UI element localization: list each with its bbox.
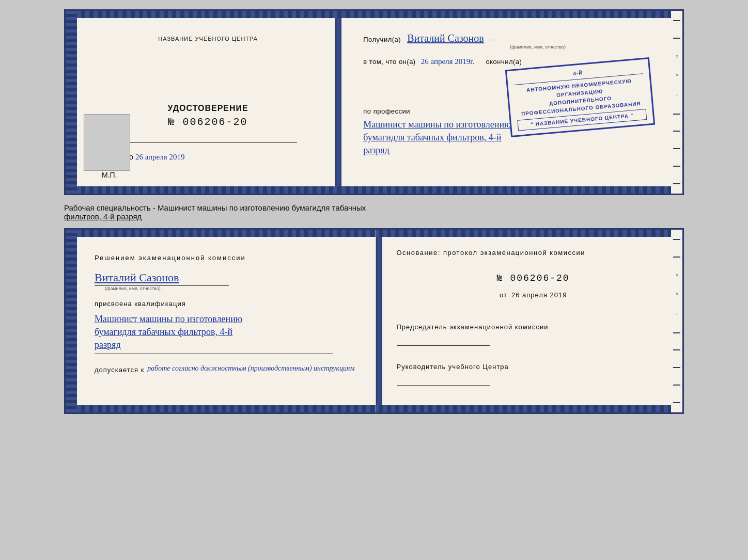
mp-label: М.П. [102, 171, 117, 179]
chairman-label: Председатель экзаменационной комиссии [397, 322, 671, 333]
right-decorative-bar: и а ← [671, 11, 682, 194]
bottom-spine [376, 230, 382, 412]
top-left-page: НАЗВАНИЕ УЧЕБНОГО ЦЕНТРА УДОСТОВЕРЕНИЕ №… [66, 11, 335, 194]
bottom-right-page: Основание: протокол экзаменационной коми… [382, 230, 683, 412]
spine [335, 11, 341, 194]
date-suffix: окончил(а) [486, 58, 522, 66]
date-value: 26 апреля 2019г. [421, 57, 475, 66]
bottom-document: Решением экаменационной комиссии Виталий… [64, 228, 684, 414]
protocol-date: 26 апреля 2019 [511, 291, 567, 299]
person-sub: (фамилия, имя, отчество) [105, 286, 360, 291]
qual-line2: бумагидля табачных фильтров, 4-й [95, 327, 360, 338]
person-name: Виталий Сазонов [95, 271, 360, 284]
basis-label: Основание: протокол экзаменационной коми… [397, 247, 671, 259]
stamp-box: 4-й АВТОНОМНУЮ НЕКОММЕРЧЕСКУЮ ОРГАНИЗАЦИ… [505, 57, 655, 137]
commission-heading: Решением экаменационной комиссии [95, 252, 360, 264]
bottom-left-page: Решением экаменационной комиссии Виталий… [66, 230, 376, 412]
protocol-date-prefix: от [500, 291, 507, 299]
photo-placeholder [84, 114, 130, 171]
recipient-sub: (фамилия, имя, отчество) [415, 44, 661, 50]
side-text-a: а [674, 74, 679, 76]
cert-label: УДОСТОВЕРЕНИЕ [167, 104, 248, 113]
bottom-right-decorative: и а ← [671, 230, 682, 412]
qualification-prefix: присвоена квалификация [95, 298, 360, 310]
admission-text: работе согласно должностным (производств… [147, 364, 354, 373]
admission-prefix: допускается к [95, 364, 144, 376]
top-document: НАЗВАНИЕ УЧЕБНОГО ЦЕНТРА УДОСТОВЕРЕНИЕ №… [64, 9, 684, 195]
caption-line2: фильтров, 4-й разряд [64, 212, 684, 221]
caption-line1: Рабочая специальность - Машинист машины … [64, 203, 684, 212]
qual-line3: разряд [95, 340, 360, 350]
recipient-prefix: Получил(а) [363, 36, 401, 43]
profession-line3: разряд [363, 145, 661, 156]
side-text-arrow2: ← [674, 311, 679, 316]
cert-number: № 006206-20 [167, 116, 248, 128]
training-center-heading: НАЗВАНИЕ УЧЕБНОГО ЦЕНТРА [158, 36, 258, 42]
date-prefix: в том, что он(а) [363, 58, 415, 66]
center-head-label: Руководитель учебного Центра [397, 361, 671, 373]
qual-line1: Машинист машины по изготовлению [95, 314, 360, 325]
caption-section: Рабочая специальность - Машинист машины … [64, 200, 684, 223]
dash-separator: — [489, 36, 496, 43]
side-text-a2: а [674, 293, 679, 295]
side-text-i2: и [674, 274, 679, 277]
protocol-number: № 006206-20 [397, 273, 671, 283]
issued-date: 26 апреля 2019 [135, 153, 185, 161]
side-text-arrow: ← [674, 92, 679, 97]
side-text-i: и [674, 55, 679, 58]
recipient-name: Виталий Сазонов [407, 33, 484, 44]
top-right-page: Получил(а) Виталий Сазонов — (фамилия, и… [341, 11, 682, 194]
